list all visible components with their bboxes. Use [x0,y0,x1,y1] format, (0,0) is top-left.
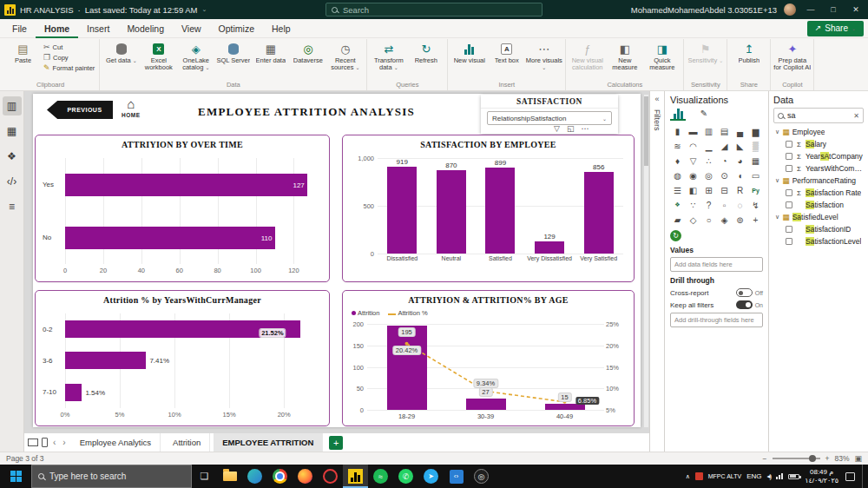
gauge-icon[interactable]: ◖ [733,168,747,182]
zoom-slider-thumb[interactable] [809,455,816,462]
azure-map-icon[interactable]: ⊙ [717,168,732,182]
model-view[interactable]: ❖ [3,147,22,166]
field-row-satisfactionid[interactable]: SatisfactionID [773,223,864,235]
field-row-salary[interactable]: ΣSalary [773,138,864,150]
ribbon-chart-icon[interactable]: ▒ [748,139,763,153]
collapse-icon[interactable]: ∨ [775,177,779,184]
taskbar-search-box[interactable]: Type here to search [31,465,192,488]
new-slicer-icon[interactable]: ⊚ [733,213,747,227]
bar-7-10[interactable]: 1.54% [65,384,82,401]
hidden-icons-chevron[interactable]: ∧ [686,473,690,480]
smart-narrative-icon[interactable]: ◌ [733,198,747,212]
field-checkbox[interactable] [786,238,792,245]
cut-button[interactable]: ✂Cut [42,43,96,51]
metrics-icon[interactable]: ↯ [748,198,763,212]
data-search-box[interactable]: sa ✕ [773,108,864,123]
legend-item-attrition[interactable]: Attrition [352,309,379,317]
power-automate-icon[interactable]: ◈ [717,213,732,227]
new-measure-button[interactable]: ◧New measure [606,39,643,72]
zoom-in-icon[interactable]: + [825,454,830,463]
table-view[interactable]: ▦ [3,122,22,141]
bar-18-29[interactable] [387,326,427,410]
firefox-taskbar-button[interactable] [293,465,318,488]
r-script-visual-icon[interactable]: Py [748,183,763,197]
field-row-yearswithcompany[interactable]: ΣYearsWithCompany [773,162,864,175]
field-row-satisfactionlevel[interactable]: SatisfactionLevel [773,235,864,247]
field-row-yearsatcompany[interactable]: ΣYearsAtCompany [773,150,864,162]
chrome-taskbar-button[interactable] [267,465,293,488]
onelake-catalog-button[interactable]: ◈OneLake catalog ⌄ [177,39,214,72]
map-icon[interactable]: ◍ [670,168,685,182]
python-visual-icon[interactable]: ❖ [670,198,685,212]
edge-taskbar-button[interactable] [242,465,267,488]
collapse-icon[interactable]: ∨ [775,129,779,135]
page-tab-employee-analytics[interactable]: Employee Analytics [71,433,161,452]
clock[interactable]: 08:49 م ١٤/٠٩/٢٠٢٥ [805,468,838,485]
bar-3-6[interactable]: 7.41% [65,352,146,369]
battery-icon[interactable] [788,474,799,479]
fit-to-page-icon[interactable]: ▣ [854,454,862,463]
obs-taskbar-button[interactable]: ◎ [469,465,494,488]
network-icon[interactable] [776,473,783,479]
menu-tab-help[interactable]: Help [263,19,299,38]
satisfaction-slicer[interactable]: SATISFACTION RelationshipSatisfaction ⌄ [481,95,618,134]
menu-tab-modeling[interactable]: Modeling [118,19,173,38]
task-view-taskbar-button[interactable]: ❏ [192,465,217,488]
field-row-satisfaction[interactable]: Satisfaction [773,199,864,211]
canvas-scrollbar[interactable] [644,95,648,427]
minimize-button[interactable]: — [803,5,819,14]
refresh-button[interactable]: ↻Refresh [407,39,444,64]
slicer-icon[interactable]: ⊞ [701,183,716,197]
tray-app-icon[interactable] [695,472,703,480]
clustered-bar-chart-icon[interactable]: ▥ [701,124,716,138]
waterfall-chart-icon[interactable]: ♦ [670,154,685,168]
arcgis-map-icon[interactable]: ◇ [686,213,700,227]
page-tab-attrition[interactable]: Attrition [164,433,210,452]
global-search-box[interactable]: Search [326,3,542,16]
key-influencers-icon[interactable]: ∵ [686,198,700,212]
filled-map-icon[interactable]: ◉ [686,168,700,182]
card-icon[interactable]: ▭ [748,168,763,182]
recent-sources-button[interactable]: ◷Recent sources ⌄ [326,39,364,72]
file-explorer-taskbar-button[interactable] [217,465,242,488]
stacked-column-chart-icon[interactable]: ▬ [686,124,700,138]
format-visual-tab[interactable]: ✎ [696,107,712,121]
desktop-view-icon[interactable] [28,439,38,446]
field-checkbox[interactable] [786,165,792,172]
menu-tab-optimize[interactable]: Optimize [210,19,263,38]
user-avatar[interactable] [784,3,796,16]
more-visuals-button[interactable]: ⋯More visuals ⌄ [525,39,562,72]
bar-satisfied[interactable] [485,168,515,254]
mobile-view-icon[interactable] [42,438,48,447]
menu-tab-home[interactable]: Home [36,19,78,38]
dataverse-button[interactable]: ◎Dataverse [289,39,326,64]
bar-0-2[interactable]: 21.52% [65,320,300,338]
tmdl-view[interactable]: ≡ [3,197,22,216]
clear-search-icon[interactable]: ✕ [853,112,859,120]
get-more-visuals-icon[interactable]: ↻ [670,230,681,241]
report-page[interactable]: PREVIOUS ⌂ HOME EMPLOYEE ATTRITION ANALY… [33,94,641,427]
report-view[interactable]: ▥ [3,96,22,115]
bar-very-satisfied[interactable] [584,172,614,254]
area-chart-icon[interactable]: ◠ [686,139,700,153]
chart-attrition-by-years-with-manager[interactable]: Attrition % by YearsWithCurrManager 0-22… [35,290,330,426]
scatter-chart-icon[interactable]: ∴ [701,154,716,168]
whatsapp-taskbar-button[interactable]: ✆ [393,465,418,488]
paste-button[interactable]: ▤Paste [4,39,42,64]
telegram-taskbar-button[interactable]: ➤ [418,465,444,488]
filters-panel-collapsed[interactable]: « Filters [649,91,664,452]
language-indicator[interactable]: ENG [746,472,761,480]
sensitivity-button[interactable]: ⚑Sensitivity ⌄ [687,39,724,64]
zoom-slider[interactable] [773,458,820,459]
text-box-button[interactable]: AText box [488,39,525,64]
field-checkbox[interactable] [786,226,792,233]
show-desktop-button[interactable] [862,465,865,488]
drill-through-field-well[interactable]: Add drill-through fields here [670,313,763,327]
multi-row-card-icon[interactable]: ☰ [670,183,685,197]
sql-server-button[interactable]: SQL Server [214,39,252,64]
clustered-column-chart-icon[interactable]: ▤ [717,124,732,138]
bar-dissatisfied[interactable] [387,167,417,254]
transform-data-button[interactable]: ⇄Transform data ⌄ [370,39,407,72]
focus-mode-icon[interactable]: ◱ [567,124,575,133]
kpi-icon[interactable]: ◧ [686,183,700,197]
